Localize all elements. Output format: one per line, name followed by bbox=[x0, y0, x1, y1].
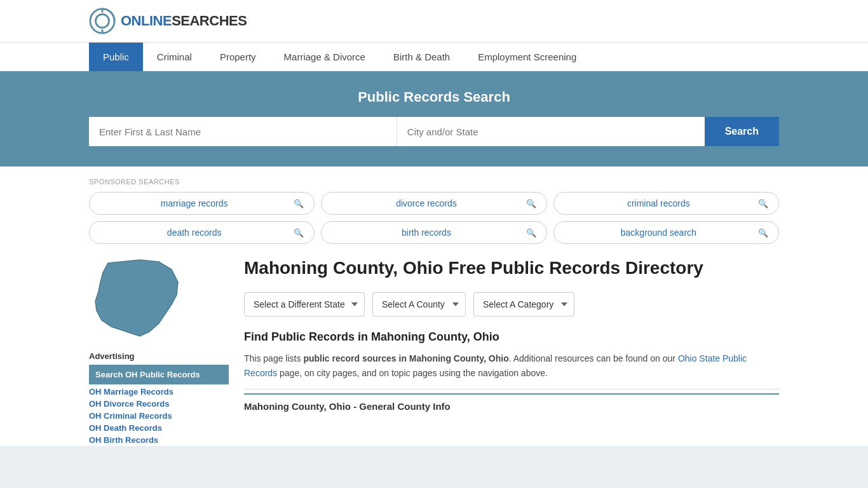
county-info-heading: Mahoning County, Ohio - General County I… bbox=[244, 393, 779, 412]
search-icon: 🔍 bbox=[758, 199, 768, 208]
sponsored-label: SPONSORED SEARCHES bbox=[89, 178, 779, 186]
list-item[interactable]: divorce records 🔍 bbox=[321, 192, 546, 215]
site-header: ONLINESEARCHES bbox=[0, 0, 868, 42]
nav-item-property[interactable]: Property bbox=[206, 43, 270, 71]
sidebar-link-divorce[interactable]: OH Divorce Records bbox=[89, 398, 229, 410]
main-article: Mahoning County, Ohio Free Public Record… bbox=[244, 257, 779, 446]
advertising-label: Advertising bbox=[89, 351, 229, 361]
sidebar-link-birth[interactable]: OH Birth Records bbox=[89, 434, 229, 446]
list-item[interactable]: criminal records 🔍 bbox=[553, 192, 779, 215]
nav-item-criminal[interactable]: Criminal bbox=[143, 43, 206, 71]
sponsored-link-divorce[interactable]: divorce records bbox=[332, 198, 520, 208]
location-input[interactable] bbox=[397, 117, 705, 146]
sponsored-link-death[interactable]: death records bbox=[100, 227, 288, 238]
search-icon: 🔍 bbox=[758, 228, 768, 238]
search-icon: 🔍 bbox=[526, 199, 536, 208]
sidebar-link-criminal[interactable]: OH Criminal Records bbox=[89, 410, 229, 422]
main-nav: Public Criminal Property Marriage & Divo… bbox=[0, 42, 868, 71]
logo[interactable]: ONLINESEARCHES bbox=[89, 8, 247, 34]
ohio-map-icon bbox=[89, 257, 191, 339]
page-title: Mahoning County, Ohio Free Public Record… bbox=[244, 257, 779, 280]
search-icon: 🔍 bbox=[526, 228, 536, 238]
search-bar: Search bbox=[89, 117, 779, 146]
ohio-map-container bbox=[89, 257, 229, 341]
nav-item-birth-death[interactable]: Birth & Death bbox=[379, 43, 464, 71]
svg-marker-4 bbox=[95, 260, 178, 336]
name-input[interactable] bbox=[89, 117, 397, 146]
search-button[interactable]: Search bbox=[705, 117, 779, 146]
content-area: Advertising Search OH Public Records OH … bbox=[89, 257, 779, 446]
sponsored-link-criminal[interactable]: criminal records bbox=[564, 198, 753, 208]
search-title: Public Records Search bbox=[89, 89, 779, 105]
county-dropdown[interactable]: Select A County bbox=[372, 292, 466, 316]
logo-icon bbox=[89, 8, 116, 34]
sidebar-link-marriage[interactable]: OH Marriage Records bbox=[89, 386, 229, 398]
sponsored-grid: marriage records 🔍 divorce records 🔍 cri… bbox=[89, 192, 779, 244]
dropdowns: Select a Different State Select A County… bbox=[244, 292, 779, 316]
search-section: Public Records Search Search bbox=[0, 71, 868, 166]
sponsored-link-birth[interactable]: birth records bbox=[332, 227, 520, 238]
list-item[interactable]: background search 🔍 bbox=[553, 221, 779, 244]
logo-text: ONLINESEARCHES bbox=[121, 13, 247, 29]
search-icon: 🔍 bbox=[294, 199, 304, 208]
list-item[interactable]: birth records 🔍 bbox=[321, 221, 546, 244]
sidebar: Advertising Search OH Public Records OH … bbox=[89, 257, 229, 446]
find-text: This page lists public record sources in… bbox=[244, 351, 779, 380]
list-item[interactable]: marriage records 🔍 bbox=[89, 192, 315, 215]
find-heading: Find Public Records in Mahoning County, … bbox=[244, 330, 779, 344]
sponsored-section: SPONSORED SEARCHES marriage records 🔍 di… bbox=[89, 178, 779, 244]
sponsored-link-marriage[interactable]: marriage records bbox=[100, 198, 288, 208]
svg-point-1 bbox=[96, 15, 109, 28]
category-dropdown[interactable]: Select A Category bbox=[473, 292, 574, 316]
search-icon: 🔍 bbox=[294, 228, 304, 238]
sponsored-link-background[interactable]: background search bbox=[564, 227, 753, 238]
state-dropdown[interactable]: Select a Different State bbox=[244, 292, 365, 316]
nav-item-marriage-divorce[interactable]: Marriage & Divorce bbox=[270, 43, 379, 71]
list-item[interactable]: death records 🔍 bbox=[89, 221, 315, 244]
sidebar-link-death[interactable]: OH Death Records bbox=[89, 422, 229, 434]
nav-item-employment[interactable]: Employment Screening bbox=[464, 43, 590, 71]
main-content: SPONSORED SEARCHES marriage records 🔍 di… bbox=[0, 166, 868, 446]
ad-highlight[interactable]: Search OH Public Records bbox=[89, 365, 229, 384]
section-divider bbox=[244, 389, 779, 390]
nav-item-public[interactable]: Public bbox=[89, 43, 143, 71]
